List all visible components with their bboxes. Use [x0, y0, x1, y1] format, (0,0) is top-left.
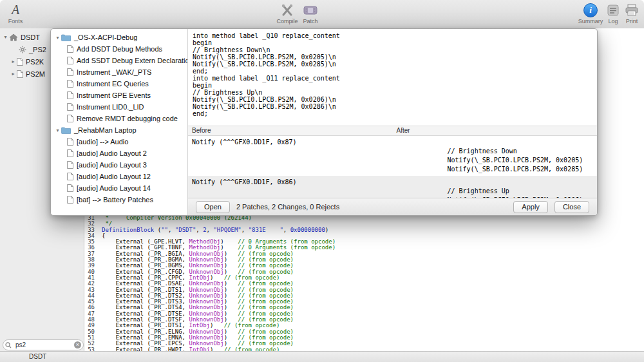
patch-item-label: Instrument _WAK/_PTS: [77, 68, 151, 76]
patch-group-label: _OS-X-ACPI-Debug: [74, 33, 137, 41]
patch-item[interactable]: [audio] Audio Layout 14: [51, 182, 187, 194]
diff-after-line: Notify(\_SB.PCI0.LPCB.PS2M, 0x0285): [188, 165, 597, 174]
search-input[interactable]: [14, 341, 74, 348]
close-button[interactable]: Close: [554, 201, 589, 213]
patch-item[interactable]: Instrument GPE Events: [51, 90, 187, 101]
document-icon: [67, 196, 73, 204]
patch-icon: [303, 3, 317, 17]
compile-button[interactable]: Compile: [276, 3, 299, 24]
patch-item[interactable]: Add SSDT Debug Extern Declarations: [51, 55, 187, 66]
disclosure-closed-icon[interactable]: ▸: [10, 71, 17, 77]
print-button[interactable]: Print: [620, 3, 644, 24]
patch-pane: into method label _Q10 replace_content b…: [188, 29, 597, 215]
diff-row[interactable]: Notify (^^^GFX0.DD1F, 0x86)// Brightness…: [188, 176, 597, 198]
patch-item-label: Add SSDT Debug Extern Declarations: [77, 57, 188, 64]
patch-item[interactable]: [audio] Audio Layout 3: [51, 159, 187, 171]
search-field[interactable]: ×: [3, 339, 84, 350]
code-line: 31 * Compiler Version 0x00040000 (262144…: [84, 215, 336, 221]
patch-group[interactable]: ▾_RehabMan Laptop: [51, 124, 187, 136]
diff-after-line: Notify(\_SB.PCI0.LPCB.PS2M, 0x0205): [188, 156, 597, 165]
patch-item[interactable]: [audio] Audio Layout 12: [51, 171, 187, 182]
disclosure-open-icon[interactable]: ▾: [54, 35, 61, 41]
patch-item[interactable]: Instrument _WAK/_PTS: [51, 66, 187, 78]
document-icon: [67, 91, 73, 99]
disclosure-open-icon[interactable]: ▾: [54, 128, 61, 133]
patch-bottom-bar: Open 2 Patches, 2 Changes, 0 Rejects App…: [188, 198, 597, 215]
patch-item-label: Instrument LID0._LID: [77, 103, 144, 111]
document-icon: [17, 70, 23, 78]
patch-item-label: Instrument GPE Events: [77, 91, 151, 99]
tree-label: PS2K: [26, 58, 44, 66]
log-label: Log: [608, 18, 618, 24]
document-icon: [67, 138, 73, 146]
document-icon: [67, 115, 73, 122]
patch-status-text: 2 Patches, 2 Changes, 0 Rejects: [236, 203, 339, 211]
patch-item[interactable]: Instrument EC Queries: [51, 78, 187, 90]
toolbar: A Fonts Compile Patch i Summary Log: [0, 0, 644, 29]
patch-window: ▾_OS-X-ACPI-DebugAdd DSDT Debug MethodsA…: [50, 28, 598, 216]
document-icon: [67, 68, 73, 76]
fonts-icon: A: [12, 3, 19, 17]
log-icon: [607, 3, 620, 17]
status-path: DSDT: [29, 353, 46, 360]
patch-item-label: Add DSDT Debug Methods: [77, 45, 162, 53]
maciasl-window: A Fonts Compile Patch i Summary Log: [0, 0, 644, 362]
diff-after-line: // Brightness Up: [188, 187, 597, 196]
patch-item-label: [audio] Audio Layout 3: [77, 161, 147, 169]
patch-group[interactable]: ▾_OS-X-ACPI-Debug: [51, 32, 187, 43]
clear-search-icon[interactable]: ×: [74, 341, 81, 348]
patch-group-label: _RehabMan Laptop: [74, 126, 137, 134]
patch-text[interactable]: into method label _Q10 replace_content b…: [188, 29, 597, 126]
compile-icon: [279, 3, 295, 17]
document-icon: [67, 173, 73, 180]
patch-item[interactable]: [bat] --> Battery Patches: [51, 194, 187, 205]
patch-item-label: [audio] Audio Layout 14: [77, 184, 151, 192]
folder-icon: [61, 33, 71, 41]
summary-label: Summary: [578, 18, 603, 24]
patch-button[interactable]: Patch: [299, 3, 322, 24]
tree-label: _PS2: [29, 46, 46, 53]
print-icon: [625, 3, 639, 17]
patch-item-label: Remove RMDT debugging code: [77, 115, 178, 122]
after-column-header: After: [393, 126, 598, 135]
patch-item-label: [bat] --> Battery Patches: [77, 196, 153, 204]
tree-label: PS2M: [26, 70, 45, 78]
document-icon: [67, 57, 73, 64]
patch-item[interactable]: Instrument LID0._LID: [51, 101, 187, 113]
patch-item[interactable]: [audio] Audio Layout 2: [51, 148, 187, 159]
diff-area: Notify (^^^GFX0.DD1F, 0x87)// Brightness…: [188, 136, 597, 198]
open-button[interactable]: Open: [196, 201, 230, 213]
code-content: 31 * Compiler Version 0x00040000 (262144…: [84, 215, 336, 352]
patch-item[interactable]: Add DSDT Debug Methods: [51, 43, 187, 55]
document-icon: [67, 45, 73, 53]
patch-item[interactable]: Remove RMDT debugging code: [51, 113, 187, 124]
method-icon: [19, 46, 26, 53]
info-icon: i: [583, 3, 598, 17]
home-icon: [9, 33, 18, 41]
document-icon: [67, 149, 73, 157]
diff-before-line: Notify (^^^GFX0.DD1F, 0x86): [188, 178, 597, 187]
fonts-button[interactable]: A Fonts: [3, 3, 28, 24]
disclosure-open-icon[interactable]: ▾: [2, 34, 9, 40]
compile-label: Compile: [276, 18, 298, 24]
patch-label: Patch: [303, 18, 317, 24]
apply-button[interactable]: Apply: [513, 201, 548, 213]
diff-row[interactable]: Notify (^^^GFX0.DD1F, 0x87)// Brightness…: [188, 136, 597, 176]
document-icon: [67, 161, 73, 169]
diff-before-line: Notify (^^^GFX0.DD1F, 0x87): [188, 138, 597, 147]
patch-item-label: [audio] Audio Layout 2: [77, 149, 147, 157]
print-label: Print: [626, 18, 638, 24]
status-bar: DSDT: [0, 351, 644, 362]
diff-header: Before After: [188, 126, 597, 136]
diff-after-line: // Brightness Down: [188, 147, 597, 156]
patch-item[interactable]: [audio] --> Audio: [51, 136, 187, 148]
patch-list: ▾_OS-X-ACPI-DebugAdd DSDT Debug MethodsA…: [51, 29, 188, 215]
code-text: DefinitionBlock ("", "DSDT", 2, "HPQOEM"…: [102, 227, 328, 233]
document-icon: [67, 103, 73, 111]
fonts-label: Fonts: [8, 18, 23, 24]
tree-label: DSDT: [21, 33, 40, 41]
patch-item-label: Instrument EC Queries: [77, 80, 149, 88]
document-icon: [67, 80, 73, 88]
document-icon: [17, 58, 23, 66]
disclosure-closed-icon[interactable]: ▸: [10, 59, 17, 64]
